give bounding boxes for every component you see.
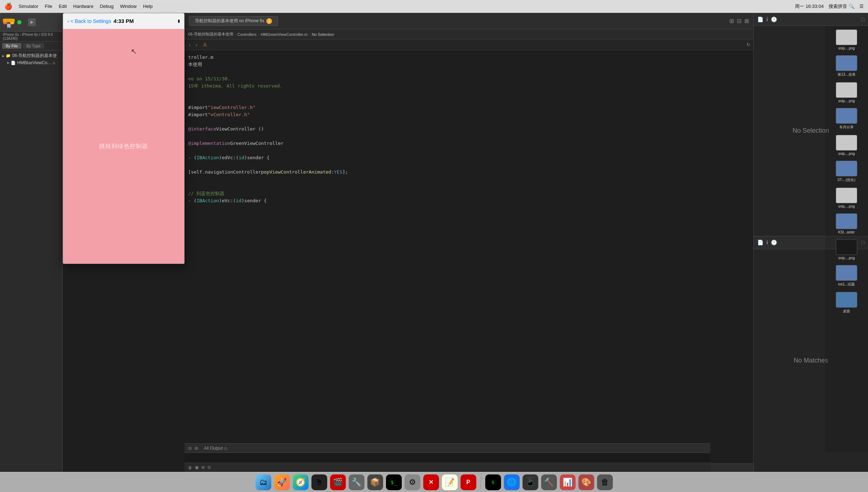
editor-nav-row: ‹ › ⚠ ↻ xyxy=(185,39,753,50)
desktop-icon-folder3[interactable]: 07-...(优化) xyxy=(827,161,866,183)
zoom-button[interactable] xyxy=(17,20,22,24)
menu-debug[interactable]: Debug xyxy=(100,4,114,9)
menu-simulator[interactable]: Simulator xyxy=(19,4,38,9)
dock-launchpad[interactable]: 🚀 xyxy=(274,474,290,490)
dock-trash[interactable]: 🗑 xyxy=(597,474,613,490)
code-line xyxy=(185,97,753,104)
desktop-icon-snip2[interactable]: snip....png xyxy=(827,82,866,103)
triangle-icon: ▶ xyxy=(7,61,10,65)
icon-label: snip....png xyxy=(838,256,855,260)
debug-trash-icon[interactable]: 🗑 xyxy=(188,465,192,470)
icon-thumb xyxy=(836,55,857,71)
code-area[interactable]: troller.m 本使用 eo on 15/11/30. 15年 itheim… xyxy=(185,50,753,463)
sim-statusbar: ‹ < Back to Settings 4:33 PM ▮ xyxy=(63,13,184,29)
desktop-icon-snip1[interactable]: snip....png xyxy=(827,29,866,50)
dock-browser[interactable]: 🌐 xyxy=(504,474,520,490)
editor-tab[interactable]: 导航控制器的基本使用 on iPhone 6s 1 xyxy=(189,16,278,26)
tab-by-type[interactable]: By Type xyxy=(23,43,44,49)
desktop-icon-snip3[interactable]: snip....png xyxy=(827,135,866,156)
menubar-search[interactable]: 搜索拼音 🔍 xyxy=(829,3,854,10)
debug-close-icon[interactable]: ⊟ xyxy=(208,465,211,470)
menubar-right: 周一 16:33:04 搜索拼音 🔍 ☰ xyxy=(795,3,864,10)
debug-next-btn[interactable]: ⊘ xyxy=(195,446,198,451)
right-info-btn[interactable]: ℹ xyxy=(766,16,768,22)
device-name: iPhone 6s - iPhone 6s / iOS 9.0 (13A340) xyxy=(3,33,59,41)
play-button[interactable]: ▶ xyxy=(28,18,36,26)
nav-file1[interactable]: ▶ 📄 HMBlueViewCo... ⚠ xyxy=(0,60,62,66)
debug-layout-icon[interactable]: ⊞ xyxy=(201,465,205,470)
dock-terminal2[interactable]: $ xyxy=(485,474,501,490)
menubar-menu-icon[interactable]: ☰ xyxy=(859,4,864,9)
right-file-btn[interactable]: 📄 xyxy=(757,16,763,22)
nav-tree: ▶ 📁 06-导航控制器的基本使 ▶ 📄 HMBlueViewCo... ⚠ xyxy=(0,51,62,472)
code-line: 15年 itheima. All rights reserved. xyxy=(185,82,753,90)
right-bottom-btn3[interactable]: 🕐 xyxy=(771,240,777,245)
dock-terminal[interactable]: $_ xyxy=(386,474,402,490)
nav-project[interactable]: ▶ 📁 06-导航控制器的基本使 xyxy=(0,52,62,60)
dock-xmind[interactable]: ✕ xyxy=(423,474,439,490)
editor-split-btn[interactable]: ⊟ xyxy=(737,18,741,24)
cursor: ↖ xyxy=(131,47,137,56)
menubar: 🍎 Simulator File Edit Hardware Debug Win… xyxy=(0,0,868,13)
dock-pp[interactable]: P xyxy=(461,474,476,490)
desktop-icon-snip5[interactable]: snip....png xyxy=(827,239,866,260)
dock-mouse[interactable]: 🖱 xyxy=(311,474,327,490)
code-line: @interface ViewController () xyxy=(185,126,753,133)
dock-sysprefs[interactable]: ⚙ xyxy=(405,474,420,490)
right-history-btn[interactable]: 🕐 xyxy=(771,16,777,22)
breadcrumb-sep2: › xyxy=(258,32,259,37)
right-search-btn[interactable]: □ xyxy=(862,16,864,22)
no-selection-label: No Selection xyxy=(792,127,829,134)
tab-by-file[interactable]: By File xyxy=(2,43,22,49)
right-bottom-btn2[interactable]: ℹ xyxy=(766,240,768,245)
icon-thumb xyxy=(836,213,857,229)
sim-back-button[interactable]: ‹ < Back to Settings xyxy=(67,18,111,24)
breadcrumb-project[interactable]: 06-导航控制器的基本使用 xyxy=(188,32,233,37)
dock-tools2[interactable]: 🔨 xyxy=(541,474,557,490)
menu-window[interactable]: Window xyxy=(120,4,137,9)
sim-button[interactable]: 跳转到绿色控制器 xyxy=(99,143,148,150)
menu-edit[interactable]: Edit xyxy=(59,4,67,9)
sim-battery: ▮ xyxy=(178,19,180,23)
desktop-icon-folder1[interactable]: 第13...业准 xyxy=(827,55,866,77)
dock-safari[interactable]: 🧭 xyxy=(293,474,309,490)
desktop-icon-desktop[interactable]: 桌面 xyxy=(827,292,866,314)
debug-split-icon[interactable]: ▣ xyxy=(195,465,199,470)
icon-thumb xyxy=(836,292,857,308)
dock-movie[interactable]: 🎬 xyxy=(330,474,346,490)
debug-prev-btn[interactable]: ⊙ xyxy=(188,446,192,451)
right-bottom-btn1[interactable]: 📄 xyxy=(757,240,763,245)
editor-breadcrumb: 06-导航控制器的基本使用 › Controllers › HMGreenVie… xyxy=(185,29,753,39)
warning-indicator: ⚠ xyxy=(203,42,207,47)
editor-back-btn[interactable]: ⊞ xyxy=(729,18,734,24)
desktop-icon-folder4[interactable]: KSI...aster xyxy=(827,213,866,234)
breadcrumb-file[interactable]: HMGreenViewController.m xyxy=(261,32,307,37)
apple-menu[interactable]: 🍎 xyxy=(4,3,12,10)
dock-app2[interactable]: 📊 xyxy=(560,474,576,490)
menu-help[interactable]: Help xyxy=(143,4,153,9)
icon-thumb xyxy=(836,239,857,255)
code-line xyxy=(185,90,753,97)
debug-output-label[interactable]: All Output ◇ xyxy=(204,446,227,451)
refresh-btn[interactable]: ↻ xyxy=(747,42,750,47)
dock-app1[interactable]: 📱 xyxy=(523,474,538,490)
desktop-icon-snip4[interactable]: snip....png xyxy=(827,188,866,208)
nav-back-btn[interactable]: ‹ xyxy=(187,41,192,48)
dock-notes[interactable]: 📝 xyxy=(442,474,458,490)
editor-expand-btn[interactable]: ⊠ xyxy=(744,18,749,24)
nav-forward-btn[interactable]: › xyxy=(194,41,199,48)
sim-time: 4:33 PM xyxy=(114,18,134,24)
dock-archive[interactable]: 📦 xyxy=(367,474,383,490)
breadcrumb-folder[interactable]: Controllers xyxy=(238,32,257,37)
dock-tools[interactable]: 🔧 xyxy=(349,474,364,490)
code-line: - (IBAction)eVc:(id)sender { xyxy=(185,197,753,204)
icon-label: 桌面 xyxy=(843,309,850,314)
dock-finder[interactable]: 🗂 xyxy=(256,474,271,490)
desktop-icon-folder2[interactable]: 车丹分享 xyxy=(827,108,866,130)
debug-area: ⊙ ⊘ All Output ◇ 🗑 ▣ ⊞ ⊟ xyxy=(185,443,710,472)
triangle-icon: ▶ xyxy=(2,54,5,58)
menu-hardware[interactable]: Hardware xyxy=(73,4,93,9)
menu-file[interactable]: File xyxy=(45,4,52,9)
desktop-icon-folder5[interactable]: ios1...试题 xyxy=(827,265,866,287)
dock-app3[interactable]: 🎨 xyxy=(578,474,594,490)
